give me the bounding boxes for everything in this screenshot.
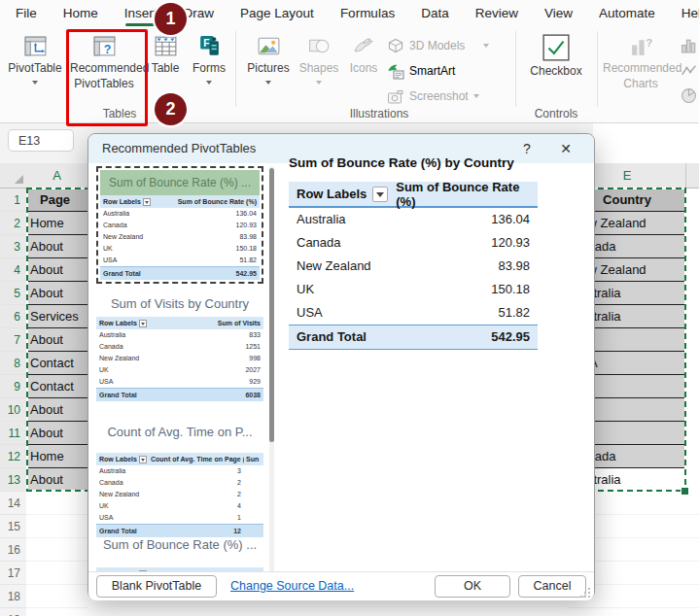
recommended-charts-button-disabled: ? Recommended Charts [603, 33, 679, 90]
tab-view[interactable]: View [544, 0, 573, 27]
empty-cell-a15[interactable] [26, 515, 87, 538]
mini-col-value-header: Count of Avg. Time on Page (s) [151, 453, 244, 465]
3d-models-button-disabled: 3D Models [387, 35, 513, 56]
cell-a13[interactable]: About [26, 468, 87, 492]
tab-data[interactable]: Data [421, 0, 449, 27]
row-header-18[interactable]: 18 [0, 585, 26, 608]
blank-pivottable-button[interactable]: Blank PivotTable [96, 575, 217, 598]
sheet-left-strip: A 1Page2Home3About4About5About6Services7… [0, 163, 87, 616]
tab-formulas[interactable]: Formulas [340, 0, 395, 27]
list-scrollbar-thumb[interactable] [269, 168, 274, 442]
mini-table-row: New Zealand2 [96, 489, 263, 500]
cell-a1[interactable]: Page [26, 188, 87, 212]
cell-a3[interactable]: About [26, 235, 87, 258]
cell-a2[interactable]: Home [26, 212, 87, 235]
row-header-16[interactable]: 16 [0, 538, 26, 562]
tab-home[interactable]: Home [63, 0, 98, 27]
mini-pivot-preview: Row LabelsSum of VisitsAustralia833Canad… [96, 317, 263, 401]
pivottable-button[interactable]: PivotTable [4, 33, 66, 88]
cancel-button[interactable]: Cancel [518, 575, 586, 598]
row-header-17[interactable]: 17 [0, 562, 26, 585]
empty-cell-e19[interactable] [569, 608, 699, 616]
mini-row-value: 2027 [157, 364, 263, 376]
row-header-5[interactable]: 5 [0, 282, 26, 305]
forms-button[interactable]: F Forms [189, 33, 229, 88]
resize-grip[interactable] [580, 588, 590, 598]
cell-a9[interactable]: Contact [26, 375, 87, 398]
preview-row-label: Australia [289, 208, 491, 231]
pie-chart-icon[interactable] [681, 87, 697, 104]
row-header-2[interactable]: 2 [0, 212, 26, 235]
smartart-button[interactable]: SmartArt [387, 60, 513, 82]
mini-row-label: New Zealand [96, 489, 151, 500]
empty-cell-a14[interactable] [26, 492, 87, 515]
cell-a4[interactable]: About [26, 258, 87, 282]
cell-a11[interactable]: About [26, 422, 87, 445]
ok-button[interactable]: OK [435, 575, 510, 598]
ribbon-tab-row: FileHomeInsertDrawPage LayoutFormulasDat… [0, 0, 699, 27]
recommendation-item-1-selected[interactable]: Sum of Bounce Rate (%) ... Row LabelsSum… [96, 166, 263, 284]
recommendation-item-3[interactable]: Count of Avg. Time on P... Row LabelsCou… [96, 411, 263, 537]
tab-file[interactable]: File [16, 0, 37, 27]
recommendation-item-2[interactable]: Sum of Visits by Country Row LabelsSum o… [96, 292, 263, 401]
row-header-8[interactable]: 8 [0, 352, 26, 375]
pictures-button[interactable]: Pictures [243, 33, 294, 88]
line-chart-icon[interactable] [681, 62, 697, 79]
tab-draw[interactable]: Draw [184, 0, 215, 27]
mini-row-label: USA [96, 376, 157, 388]
item-3-mini-table: Row LabelsCount of Avg. Time on Page (s)… [96, 453, 263, 537]
svg-text:?: ? [646, 37, 652, 49]
tab-page-layout[interactable]: Page Layout [240, 0, 314, 27]
checkbox-button[interactable]: Checkbox [525, 33, 587, 78]
row-header-3[interactable]: 3 [0, 235, 26, 258]
mini-table-row: New Zealand83.98 [100, 231, 260, 243]
selection-fill-handle[interactable] [681, 487, 689, 496]
cell-a6[interactable]: Services [26, 305, 87, 328]
mini-grand-total-row: Grand Total6038 [96, 388, 263, 401]
row-header-9[interactable]: 9 [0, 375, 26, 398]
column-header-f-partial[interactable] [685, 163, 699, 188]
cell-a5[interactable]: About [26, 282, 87, 305]
tab-review[interactable]: Review [475, 0, 518, 27]
row-header-13[interactable]: 13 [0, 468, 26, 492]
cell-a12[interactable]: Home [26, 445, 87, 468]
recommended-pivottables-dialog: Recommended PivotTables ? ✕ Sum of Bounc… [87, 133, 595, 599]
3d-cube-icon [387, 38, 404, 54]
row-header-12[interactable]: 12 [0, 445, 26, 468]
empty-cell-a16[interactable] [26, 538, 87, 562]
row-header-1[interactable]: 1 [0, 188, 26, 212]
row-header-11[interactable]: 11 [0, 422, 26, 445]
empty-cell-a19[interactable] [26, 608, 87, 616]
row-header-10[interactable]: 10 [0, 398, 26, 422]
tab-insert[interactable]: Insert [124, 0, 157, 27]
tab-automate[interactable]: Automate [599, 0, 655, 27]
empty-cell-a17[interactable] [26, 562, 87, 585]
change-source-data-link[interactable]: Change Source Data... [230, 579, 354, 593]
3d-models-label: 3D Models [409, 39, 465, 52]
row-header-19[interactable]: 19 [0, 608, 26, 616]
cell-a7[interactable]: About [26, 328, 87, 352]
forms-label: Forms [189, 61, 229, 75]
column-chart-icon[interactable] [681, 37, 697, 53]
row-header-7[interactable]: 7 [0, 328, 26, 352]
row-header-4[interactable]: 4 [0, 258, 26, 282]
row-header-14[interactable]: 14 [0, 492, 26, 515]
preview-value-header: Sum of Bounce Rate (%) [396, 180, 538, 209]
mini-row-value: 4 [151, 500, 244, 512]
preview-row-label: Canada [289, 231, 491, 255]
tab-help[interactable]: Help [682, 0, 699, 27]
mini-grand-total-row: Grand Total542.95 [100, 266, 260, 280]
name-box[interactable]: E13 [8, 129, 74, 152]
recommended-pivottables-button[interactable]: ? Recommended PivotTables [70, 33, 138, 90]
cell-a8[interactable]: Contact [26, 352, 87, 375]
column-header-a[interactable]: A [26, 163, 87, 188]
icons-button-disabled: Icons [344, 33, 383, 75]
pictures-icon [256, 33, 282, 59]
select-all-corner[interactable] [0, 163, 26, 188]
row-header-6[interactable]: 6 [0, 305, 26, 328]
table-button[interactable]: Table [146, 33, 185, 75]
row-header-15[interactable]: 15 [0, 515, 26, 538]
empty-cell-a18[interactable] [26, 585, 87, 608]
cell-a10[interactable]: About [26, 398, 87, 422]
chart-mini-buttons [681, 37, 699, 104]
